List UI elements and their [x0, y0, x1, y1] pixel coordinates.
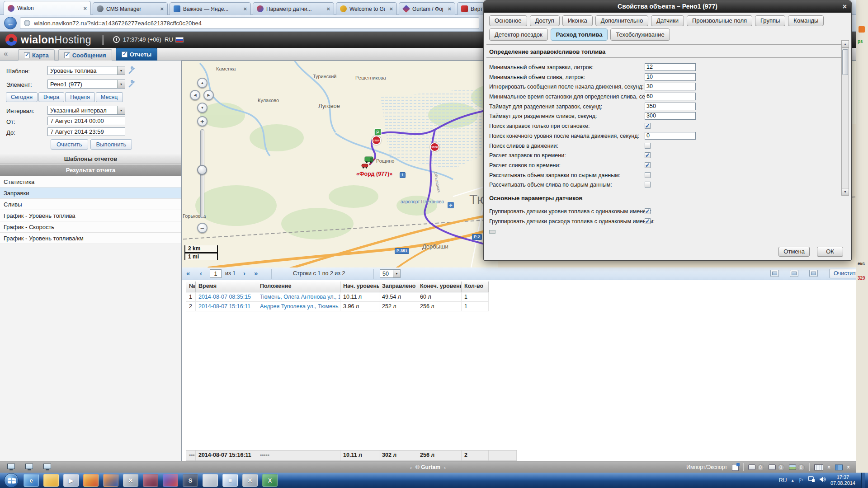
- dialog-tab[interactable]: Иконка: [562, 15, 593, 26]
- expand-up-icon[interactable]: «: [846, 466, 852, 469]
- expand-up-icon[interactable]: «: [826, 466, 832, 469]
- dialog-tab[interactable]: Группы: [755, 15, 785, 26]
- from-date-input[interactable]: 7 Август 2014 00:00: [47, 117, 125, 125]
- quick-range-button[interactable]: Неделя: [65, 92, 95, 102]
- notification-group[interactable]: 0: [789, 464, 805, 471]
- quick-range-button[interactable]: Сегодня: [6, 92, 38, 102]
- taskbar-icon-notepad[interactable]: ≡: [222, 474, 238, 487]
- table-row[interactable]: 12014-08-07 08:35:15Тюмень, Олега Антоно…: [186, 292, 489, 302]
- clear-button[interactable]: Очистить: [51, 139, 88, 150]
- nav-tab-checkbox[interactable]: [122, 52, 127, 57]
- report-result-item[interactable]: Сливы: [0, 199, 181, 210]
- taskbar-icon-app-gray[interactable]: [203, 474, 218, 487]
- tray-expand-icon[interactable]: ▲: [791, 479, 794, 483]
- wrench-icon[interactable]: [128, 80, 136, 88]
- browser-tab[interactable]: Welcome to Gur... ×: [336, 2, 397, 15]
- nav-tab[interactable]: Карта: [18, 49, 55, 61]
- collapse-panel-button[interactable]: «: [4, 49, 8, 58]
- field-checkbox[interactable]: [645, 172, 651, 178]
- table-cell[interactable]: 2014-08-07 15:16:11: [196, 302, 257, 311]
- notification-icon[interactable]: [789, 465, 796, 470]
- dialog-title-bar[interactable]: Свойства объекта – Рено1 (977) ×: [484, 0, 851, 13]
- tab-close-icon[interactable]: ×: [446, 5, 451, 12]
- show-desktop-button[interactable]: [861, 473, 865, 488]
- table-cell[interactable]: 2014-08-07 08:35:15: [196, 292, 257, 302]
- field-checkbox[interactable]: [645, 182, 651, 188]
- scroll-thumb[interactable]: [842, 49, 848, 75]
- field-input[interactable]: 350: [645, 103, 696, 110]
- notification-icon[interactable]: [748, 465, 755, 470]
- taskbar-clock[interactable]: 17:37 07.08.2014: [830, 474, 857, 486]
- scroll-down-icon[interactable]: ▼: [842, 188, 849, 195]
- cancel-button[interactable]: Отмена: [778, 247, 810, 257]
- action-center-flag-icon[interactable]: ⚐: [798, 477, 804, 484]
- volume-icon[interactable]: [819, 476, 826, 484]
- browser-tab[interactable]: Важное — Янде... ×: [170, 2, 251, 15]
- first-page-button[interactable]: «: [186, 269, 190, 277]
- dialog-tab[interactable]: Произвольные поля: [687, 15, 752, 26]
- taskbar-icon-internet-explorer[interactable]: e: [24, 474, 39, 487]
- prev-page-button[interactable]: ‹: [200, 269, 202, 277]
- field-checkbox[interactable]: [645, 218, 651, 224]
- nav-tab[interactable]: Отчеты: [116, 48, 158, 61]
- taskbar-icon-app-purple[interactable]: [143, 474, 158, 487]
- field-input[interactable]: 60: [645, 93, 696, 100]
- template-select[interactable]: Уровень топлива ▼: [47, 66, 125, 75]
- field-input[interactable]: 10: [645, 73, 696, 81]
- taskbar-icon-wrench-tool[interactable]: ✕: [242, 474, 258, 487]
- browser-tab[interactable]: Gurtam / Форум... ×: [399, 2, 455, 15]
- element-select[interactable]: Рено1 (977) ▼: [47, 80, 125, 89]
- chevron-down-icon[interactable]: ▼: [117, 66, 125, 75]
- browser-tab[interactable]: Wialon ×: [4, 1, 91, 15]
- chevron-down-icon[interactable]: ▼: [117, 80, 125, 88]
- taskbar-icon-app-navy[interactable]: S: [183, 474, 198, 487]
- nav-tab[interactable]: Сообщения: [58, 49, 112, 61]
- scroll-up-icon[interactable]: ▲: [842, 41, 849, 48]
- print-icon[interactable]: [809, 270, 818, 277]
- nav-tab-checkbox[interactable]: [24, 52, 30, 58]
- next-page-button[interactable]: ›: [243, 269, 245, 277]
- interval-select[interactable]: Указанный интервал ▼: [47, 106, 125, 115]
- notification-group[interactable]: 0: [769, 464, 784, 471]
- panel-view-icon[interactable]: [770, 270, 779, 277]
- ok-button[interactable]: ОК: [817, 247, 843, 257]
- back-button[interactable]: ←: [4, 17, 17, 29]
- page-size-select[interactable]: 50 ▼: [380, 269, 401, 278]
- dialog-tab[interactable]: Основное: [489, 15, 527, 26]
- field-input[interactable]: 12: [645, 63, 696, 71]
- notification-icon[interactable]: [769, 465, 776, 470]
- report-result-item[interactable]: Заправки: [0, 188, 181, 199]
- field-input[interactable]: 30: [645, 83, 696, 90]
- taskbar-icon-folder[interactable]: [43, 474, 59, 487]
- report-templates-header[interactable]: Шаблоны отчетов: [0, 153, 181, 164]
- wrench-icon[interactable]: [128, 66, 136, 75]
- report-result-item[interactable]: График - Уровень топлива: [0, 210, 181, 221]
- taskbar-icon-gurtam[interactable]: [163, 474, 178, 487]
- table-cell[interactable]: Андрея Туполева ул., Тюмень: [257, 302, 340, 311]
- import-export-icon[interactable]: [732, 464, 739, 471]
- field-checkbox[interactable]: [645, 162, 651, 168]
- chevron-down-icon[interactable]: ▼: [393, 270, 400, 277]
- dialog-tab[interactable]: Команды: [788, 15, 824, 26]
- field-checkbox[interactable]: [645, 152, 651, 158]
- taskbar-icon-firefox[interactable]: [103, 474, 118, 487]
- field-input[interactable]: 300: [645, 112, 696, 120]
- book-icon[interactable]: [835, 465, 843, 470]
- taskbar-icon-media-player[interactable]: ▶: [63, 474, 79, 487]
- report-result-header[interactable]: Результат отчета: [0, 164, 181, 176]
- dialog-scrollbar[interactable]: ▲ ▼: [841, 40, 849, 196]
- field-input[interactable]: 0: [645, 132, 696, 140]
- language-indicator[interactable]: RU: [779, 477, 787, 483]
- tab-close-icon[interactable]: ×: [325, 5, 330, 12]
- export-icon[interactable]: [790, 270, 798, 277]
- tab-close-icon[interactable]: ×: [387, 5, 393, 12]
- last-page-button[interactable]: »: [254, 269, 258, 277]
- taskbar-icon-chrome[interactable]: [83, 474, 99, 487]
- language-label[interactable]: RU: [165, 32, 173, 48]
- quick-range-button[interactable]: Месяц: [96, 92, 123, 102]
- nav-tab-checkbox[interactable]: [64, 52, 70, 58]
- tab-close-icon[interactable]: ×: [241, 5, 247, 12]
- copyright-text[interactable]: © Gurtam: [415, 464, 440, 470]
- network-icon[interactable]: [808, 476, 815, 484]
- browser-tab[interactable]: CMS Manager ×: [93, 2, 168, 15]
